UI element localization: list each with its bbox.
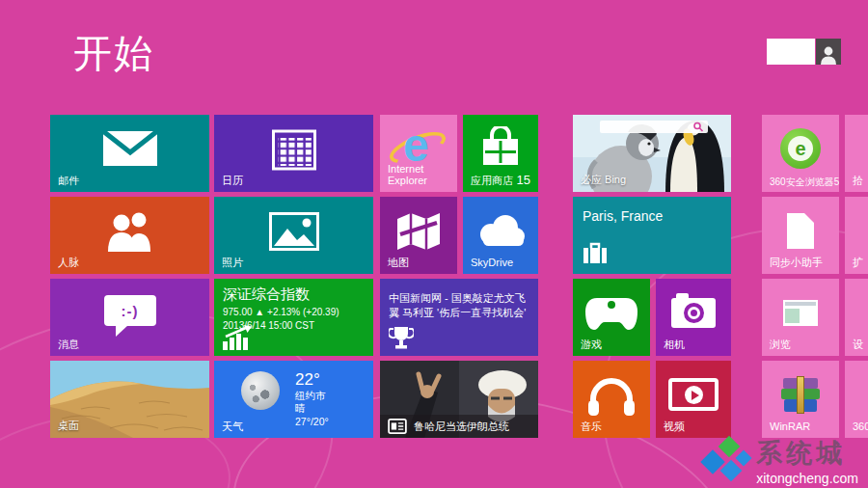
tile-travel[interactable]: Paris, France bbox=[573, 197, 731, 274]
tile-people-label: 人脉 bbox=[58, 257, 79, 269]
tile-messaging-label: 消息 bbox=[58, 339, 79, 351]
tile-store[interactable]: 应用商店 15 bbox=[463, 115, 538, 192]
watermark-site-url: xitongcheng.com bbox=[756, 471, 858, 486]
tile-mail-label: 邮件 bbox=[58, 175, 79, 187]
tile-internet-explorer[interactable]: e Internet Explorer bbox=[380, 115, 457, 192]
tile-360-browser-label: 360安全浏览器5 bbox=[770, 176, 839, 188]
tile-messaging[interactable]: :-) 消息 bbox=[50, 279, 209, 356]
photos-icon bbox=[269, 212, 319, 251]
xitongcheng-logo bbox=[702, 437, 750, 485]
calendar-icon bbox=[272, 128, 316, 171]
sports-headline: 中国新闻网 - 国奥敲定尤文飞翼 马利亚 '伤后一直寻找机会' bbox=[389, 291, 530, 320]
newspaper-icon bbox=[388, 419, 407, 434]
tile-games[interactable]: 游戏 bbox=[573, 279, 650, 356]
tile-finance[interactable]: 深证综合指数 975.00 ▲ +2.13% (+20.39) 2013/6/1… bbox=[214, 279, 373, 356]
bubble-tail bbox=[116, 325, 128, 337]
user-avatar[interactable] bbox=[816, 39, 841, 65]
weather-temperature: 22° bbox=[295, 371, 329, 390]
tile-partial-row4-label: 360 bbox=[853, 420, 868, 433]
tile-music[interactable]: 音乐 bbox=[573, 361, 650, 438]
tile-viewer[interactable]: 浏览 bbox=[762, 279, 839, 356]
tile-people[interactable]: 人脉 bbox=[50, 197, 209, 274]
news-headline-bar: 鲁哈尼当选伊朗总统 bbox=[380, 415, 538, 438]
tile-games-label: 游戏 bbox=[581, 339, 602, 351]
360-browser-letter: e bbox=[780, 128, 821, 169]
tile-partial-row3[interactable]: 设 bbox=[845, 279, 868, 356]
document-icon bbox=[787, 213, 814, 249]
messaging-emoticon: :-) bbox=[122, 303, 139, 319]
tile-camera-label: 相机 bbox=[664, 339, 685, 351]
tile-weather[interactable]: 22° 纽约市 晴 27°/20° 天气 bbox=[214, 361, 373, 438]
tile-maps[interactable]: 地图 bbox=[380, 197, 457, 274]
mail-icon bbox=[102, 129, 158, 168]
tile-skydrive-label: SkyDrive bbox=[471, 257, 513, 269]
weather-range: 27°/20° bbox=[295, 416, 329, 429]
news-headline: 鲁哈尼当选伊朗总统 bbox=[414, 420, 509, 434]
travel-city: Paris, France bbox=[583, 208, 663, 224]
winrar-icon bbox=[781, 378, 820, 412]
tile-maps-label: 地图 bbox=[388, 257, 409, 269]
tile-partial-row3-label: 设 bbox=[853, 339, 863, 351]
user-name-box[interactable] bbox=[767, 39, 815, 65]
tile-camera[interactable]: 相机 bbox=[656, 279, 731, 356]
tile-sports[interactable]: 中国新闻网 - 国奥敲定尤文飞翼 马利亚 '伤后一直寻找机会' bbox=[380, 279, 538, 356]
tile-internet-explorer-label: Internet Explorer bbox=[388, 163, 449, 187]
tile-desktop-label: 桌面 bbox=[58, 419, 79, 433]
messaging-icon: :-) bbox=[104, 295, 156, 326]
finance-quote: 975.00 ▲ +2.13% (+20.39) bbox=[223, 306, 367, 319]
tile-desktop[interactable]: 桌面 bbox=[50, 361, 209, 438]
watermark: 系统城 xitongcheng.com bbox=[702, 436, 858, 486]
weather-city: 纽约市 bbox=[295, 390, 329, 403]
trophy-icon bbox=[389, 326, 414, 350]
video-icon bbox=[668, 378, 719, 411]
headphones-icon bbox=[587, 376, 636, 416]
tile-mail[interactable]: 邮件 bbox=[50, 115, 209, 192]
tile-partial-row1-label: 拾 bbox=[853, 175, 863, 187]
tile-store-label: 应用商店 bbox=[471, 175, 513, 187]
skydrive-cloud-icon bbox=[475, 213, 527, 248]
tile-weather-label: 天气 bbox=[222, 420, 243, 433]
logo-diamond bbox=[736, 450, 752, 467]
tile-winrar[interactable]: WinRAR bbox=[762, 361, 839, 438]
finance-index-name: 深证综合指数 bbox=[223, 285, 367, 304]
tile-calendar[interactable]: 日历 bbox=[214, 115, 373, 192]
tile-photos[interactable]: 照片 bbox=[214, 197, 373, 274]
bar-chart-icon bbox=[223, 325, 256, 350]
store-update-count: 15 bbox=[517, 173, 530, 187]
tile-partial-row2[interactable]: 扩 bbox=[845, 197, 868, 274]
tile-skydrive[interactable]: SkyDrive bbox=[463, 197, 538, 274]
app-window-icon bbox=[783, 300, 818, 326]
tile-calendar-label: 日历 bbox=[222, 175, 243, 187]
watermark-site-name: 系统城 bbox=[756, 436, 846, 471]
weather-summary: 22° 纽约市 晴 27°/20° bbox=[241, 371, 329, 429]
tile-360-browser[interactable]: e 360安全浏览器5 bbox=[762, 115, 839, 192]
game-controller-icon bbox=[583, 295, 639, 332]
logo-diamond bbox=[719, 436, 741, 458]
camera-icon bbox=[671, 298, 716, 328]
tile-sync-helper[interactable]: 同步小助手 bbox=[762, 197, 839, 274]
tile-partial-row4[interactable]: 360 bbox=[845, 361, 868, 438]
tile-video-label: 视频 bbox=[664, 420, 685, 433]
tile-music-label: 音乐 bbox=[581, 420, 602, 433]
tile-video[interactable]: 视频 bbox=[656, 361, 731, 438]
tile-sync-helper-label: 同步小助手 bbox=[770, 257, 823, 269]
tile-partial-row2-label: 扩 bbox=[853, 257, 863, 269]
page-title: 开始 bbox=[73, 27, 154, 80]
moon-icon bbox=[241, 371, 280, 410]
tile-winrar-label: WinRAR bbox=[770, 420, 810, 433]
play-icon bbox=[685, 386, 703, 404]
briefcase-icon bbox=[583, 242, 608, 264]
tile-photos-label: 照片 bbox=[222, 257, 243, 269]
weather-condition: 晴 bbox=[295, 402, 329, 416]
store-bag-icon bbox=[478, 126, 523, 171]
360-browser-icon: e bbox=[780, 128, 821, 169]
tile-news[interactable]: 鲁哈尼当选伊朗总统 bbox=[380, 361, 538, 438]
start-screen: 开始 邮件 日历 e Internet Explorer bbox=[0, 0, 868, 488]
tile-partial-row1[interactable]: 拾 bbox=[845, 115, 868, 192]
tile-bing[interactable]: 必应 Bing bbox=[573, 115, 731, 192]
maps-icon bbox=[394, 211, 443, 252]
tile-viewer-label: 浏览 bbox=[770, 339, 791, 351]
people-icon bbox=[103, 211, 157, 252]
winrar-strap bbox=[797, 376, 804, 414]
camera-lens bbox=[684, 303, 704, 323]
